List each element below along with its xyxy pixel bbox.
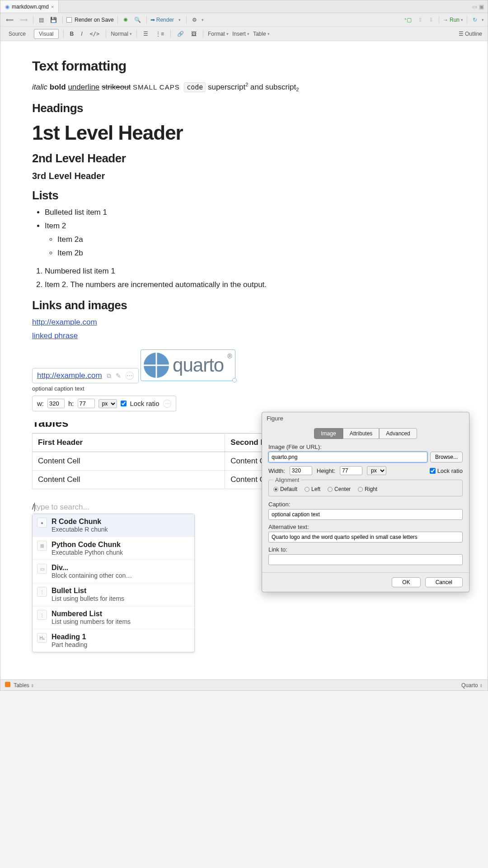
spellcheck-button[interactable]: ✺ — [122, 16, 130, 24]
status-right[interactable]: Quarto ⇕ — [461, 682, 483, 689]
superscript-sample: superscript2 — [208, 83, 248, 91]
tab-advanced[interactable]: Advanced — [379, 428, 417, 439]
unit-select[interactable]: px — [99, 399, 117, 408]
italic-button[interactable]: I — [79, 30, 84, 38]
dlg-lock-ratio-checkbox[interactable] — [430, 468, 436, 474]
run-arrow-icon: → — [443, 17, 448, 23]
ok-button[interactable]: OK — [392, 577, 420, 587]
link-example-2[interactable]: http://example.com — [37, 371, 102, 380]
gear-dropdown[interactable]: ▾ — [202, 18, 204, 22]
render-on-save-checkbox[interactable] — [66, 17, 72, 23]
link-button[interactable]: 🔗 — [175, 30, 186, 38]
dlg-height-input[interactable] — [340, 466, 362, 475]
close-tab-icon[interactable]: × — [51, 4, 54, 9]
dlg-width-input[interactable] — [290, 466, 312, 475]
status-left[interactable]: Tables ⇕ — [5, 682, 34, 689]
heading-lists: Lists — [32, 189, 456, 203]
publish-dropdown[interactable]: ▾ — [482, 18, 484, 22]
render-button[interactable]: ➡ Render — [150, 17, 174, 23]
dlg-lock-ratio-label: Lock ratio — [437, 467, 463, 474]
caption-input[interactable] — [268, 509, 463, 520]
render-options-dropdown[interactable]: ▾ — [177, 17, 183, 23]
h2-sample: 2nd Level Header — [32, 151, 456, 165]
width-input[interactable] — [47, 399, 65, 408]
save-button[interactable]: 💾 — [48, 16, 59, 24]
tab-attributes[interactable]: Attributes — [343, 428, 380, 439]
height-input[interactable] — [78, 399, 95, 408]
cmd-r-code-chunk[interactable]: ● R Code ChunkExecutable R chunk — [33, 514, 194, 537]
dlg-unit-select[interactable]: px — [367, 466, 386, 475]
main-toolbar: ⟸ ⟹ ▤ 💾 Render on Save ✺ 🔍 ➡ Render ▾ ⚙ … — [0, 13, 488, 27]
block-format-dropdown[interactable]: Normal▾ — [111, 31, 132, 37]
div-icon: ▭ — [37, 564, 47, 574]
link-more-icon[interactable]: ⋯ — [126, 372, 134, 380]
lock-ratio-checkbox[interactable] — [121, 401, 127, 406]
strikeout-sample: strikeout — [102, 83, 131, 91]
publish-button[interactable]: ↻ — [471, 16, 479, 24]
back-button[interactable]: ⟸ — [4, 16, 15, 24]
outline-button[interactable]: ☰ Outline — [457, 30, 484, 38]
table-menu[interactable]: Table ▾ — [253, 31, 270, 37]
image-url-input[interactable] — [268, 452, 427, 462]
image-button[interactable]: 🖼 — [189, 30, 198, 38]
align-right[interactable]: Right — [358, 486, 377, 492]
cmd-numbered-list[interactable]: ⋮ Numbered ListList using numbers for it… — [33, 606, 194, 629]
dlg-width-label: Width: — [268, 467, 285, 474]
quarto-logo-text: quarto — [173, 354, 224, 376]
link-example-1[interactable]: http://example.com — [32, 318, 97, 326]
quarto-logo-icon — [144, 353, 169, 378]
align-left[interactable]: Left — [305, 486, 320, 492]
status-bar: Tables ⇕ Quarto ⇕ — [0, 679, 488, 690]
code-button[interactable]: </> — [88, 30, 102, 38]
tab-image[interactable]: Image — [314, 428, 343, 439]
edit-link-icon[interactable]: ✎ — [116, 372, 121, 379]
cancel-button[interactable]: Cancel — [425, 577, 463, 587]
figure-dialog: Figure Image Attributes Advanced Image (… — [262, 412, 469, 592]
forward-button[interactable]: ⟹ — [18, 16, 29, 24]
numbered-list-button[interactable]: ⋮≡ — [154, 30, 166, 38]
linkto-input[interactable] — [268, 554, 463, 565]
copy-link-icon[interactable]: ⧉ — [107, 372, 111, 380]
bullet-list-icon: ⋮ — [37, 587, 47, 597]
render-arrow-icon: ➡ — [150, 17, 155, 23]
file-tab[interactable]: ◉ markdown.qmd × — [0, 0, 59, 13]
show-in-pane-button[interactable]: ▤ — [37, 16, 46, 24]
alt-text-input[interactable] — [268, 532, 463, 542]
align-default[interactable]: Default — [273, 486, 297, 492]
caption-label: Caption: — [268, 501, 463, 508]
cmd-bullet-list[interactable]: ⋮ Bullet ListList using bullets for item… — [33, 583, 194, 606]
align-center[interactable]: Center — [328, 486, 351, 492]
gear-icon[interactable]: ⚙ — [190, 16, 199, 24]
bullet-list-button[interactable]: ☰ — [141, 30, 150, 38]
bold-button[interactable]: B — [68, 30, 76, 38]
image-selection[interactable]: quarto ® — [141, 349, 235, 381]
cmd-python-code-chunk[interactable]: ⊞ Python Code ChunkExecutable Python chu… — [33, 537, 194, 560]
render-on-save-label: Render on Save — [75, 17, 114, 23]
cmd-heading-1[interactable]: H₁ Heading 1Part heading — [33, 629, 194, 652]
window-controls: ▭ ▣ — [472, 4, 488, 10]
h1-sample: 1st Level Header — [32, 122, 456, 144]
find-button[interactable]: 🔍 — [132, 16, 143, 24]
run-button[interactable]: → Run ▾ — [443, 17, 463, 23]
numbered-list-icon: ⋮ — [37, 610, 47, 620]
minimize-pane-icon[interactable]: ▭ — [472, 4, 477, 10]
alt-text-label: Alternative text: — [268, 524, 463, 530]
maximize-pane-icon[interactable]: ▣ — [479, 4, 484, 10]
visual-mode-button[interactable]: Visual — [34, 29, 58, 39]
dlg-height-label: Height: — [317, 467, 335, 474]
lock-ratio-label: Lock ratio — [130, 400, 160, 407]
alignment-legend: Alignment — [273, 477, 301, 483]
format-menu[interactable]: Format ▾ — [208, 31, 229, 37]
cmd-div[interactable]: ▭ Div...Block containing other con… — [33, 560, 194, 583]
insert-menu[interactable]: Insert ▾ — [232, 31, 249, 37]
alignment-fieldset: Alignment Default Left Center Right — [268, 480, 463, 496]
insert-chunk-button[interactable]: ⁺▢ — [402, 16, 413, 24]
image-more-icon[interactable]: ⋯ — [163, 400, 171, 408]
source-mode-button[interactable]: Source — [4, 29, 30, 38]
heading-icon: H₁ — [37, 633, 47, 643]
browse-button[interactable]: Browse... — [430, 452, 463, 462]
go-up-button[interactable]: ⇧ — [416, 16, 424, 24]
file-icon: ◉ — [5, 4, 9, 10]
go-down-button[interactable]: ⇩ — [427, 16, 435, 24]
link-phrase[interactable]: linked phrase — [32, 331, 78, 340]
